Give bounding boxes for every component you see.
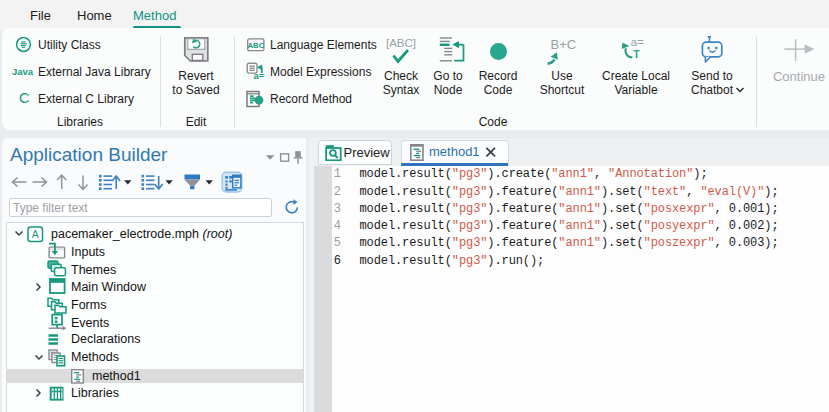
svg-text:T: T: [633, 48, 640, 60]
svg-text:ABC: ABC: [247, 41, 264, 50]
svg-text:A: A: [32, 228, 39, 240]
svg-text:a=: a=: [254, 70, 265, 81]
svg-text:a=: a=: [631, 36, 644, 48]
svg-text:[ABC]: [ABC]: [386, 37, 416, 49]
